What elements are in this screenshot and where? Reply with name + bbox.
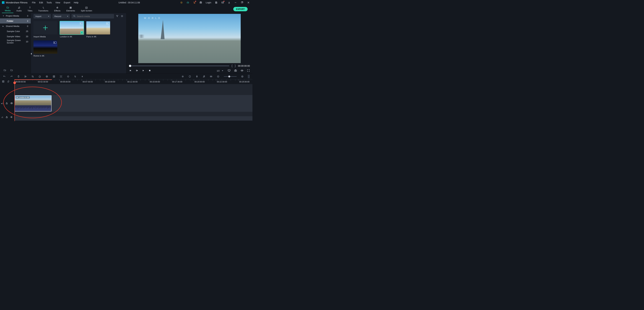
sidebar-item-folder[interactable]: Folder 3 [0, 18, 31, 24]
audio-track[interactable] [14, 116, 252, 120]
lock-icon[interactable] [6, 116, 8, 119]
speed-icon[interactable] [38, 75, 41, 78]
crop-icon[interactable] [31, 75, 34, 78]
track-manager-icon[interactable] [2, 80, 4, 83]
fullscreen-icon[interactable] [247, 69, 250, 72]
minimize-icon[interactable] [234, 1, 237, 4]
preview-quality-dropdown[interactable]: 1/2 [216, 70, 224, 72]
motion-tracking-icon[interactable] [60, 75, 62, 78]
cart-icon[interactable] [193, 1, 196, 4]
import-dropdown[interactable]: Import [34, 14, 51, 18]
tab-effects[interactable]: Effects [51, 5, 64, 13]
zoom-in-icon[interactable] [241, 75, 244, 78]
zoom-slider[interactable] [224, 76, 237, 77]
timeline-clip[interactable]: London in 4K [14, 95, 52, 112]
snapshot-icon[interactable] [234, 69, 237, 72]
scrub-slider[interactable] [129, 66, 229, 66]
tab-audio[interactable]: Audio [13, 5, 24, 13]
filter-icon[interactable] [116, 15, 119, 18]
undo-icon[interactable] [3, 75, 6, 78]
tips-icon[interactable] [180, 1, 183, 4]
marker-icon[interactable] [188, 75, 191, 78]
split-icon[interactable] [24, 75, 27, 78]
tab-transitions[interactable]: Transitions [35, 5, 51, 13]
redo-icon[interactable] [10, 75, 13, 78]
sidebar-item-project-media[interactable]: ▼ Project Media 3 [0, 13, 31, 18]
green-screen-icon[interactable] [52, 75, 56, 78]
mute-icon[interactable] [10, 116, 13, 119]
maximize-icon[interactable] [240, 1, 244, 4]
sidebar-item-sample-color[interactable]: Sample Color 25 [0, 29, 31, 34]
media-tile-rome[interactable]: Rome in 4K [34, 40, 57, 57]
svg-point-47 [204, 77, 205, 77]
play-icon[interactable] [142, 69, 145, 72]
play-pause-icon[interactable] [136, 69, 138, 72]
collapse-sidebar-icon[interactable] [31, 53, 32, 55]
search-icon [73, 15, 76, 18]
preview-viewport[interactable]: W O R L D [138, 14, 241, 63]
render-icon[interactable] [181, 75, 184, 78]
close-icon[interactable] [247, 1, 250, 4]
timeline-ruler[interactable]: 00:00:00:00 00:02:30:00 00:05:00:00 00:0… [14, 79, 252, 84]
menu-file[interactable]: File [32, 1, 36, 4]
media-panel: Import Record Import Media ✓ London in 4… [31, 13, 126, 74]
download-icon[interactable] [228, 1, 230, 4]
voiceover-icon[interactable] [196, 75, 198, 78]
tab-split-screen[interactable]: Split Screen [78, 5, 95, 13]
link-icon[interactable] [7, 80, 10, 83]
search-input[interactable] [77, 15, 112, 18]
menu-edit[interactable]: Edit [39, 1, 43, 4]
export-button[interactable]: EXPORT [233, 7, 248, 11]
media-tile-import[interactable]: Import Media [34, 21, 57, 38]
keyframe-icon[interactable] [67, 75, 70, 78]
save-icon[interactable] [215, 1, 218, 4]
new-folder-icon[interactable] [4, 69, 6, 72]
lock-icon[interactable] [6, 102, 8, 105]
eye-icon[interactable] [10, 102, 13, 105]
grid-view-icon[interactable] [120, 15, 124, 18]
mark-in-icon[interactable]: { [232, 64, 232, 68]
folder-icon[interactable] [10, 69, 13, 72]
support-icon[interactable] [186, 1, 189, 4]
tab-media-label: Media [5, 9, 10, 12]
mark-range-icon[interactable] [210, 75, 212, 78]
svg-point-22 [122, 16, 123, 16]
playhead[interactable] [14, 79, 15, 121]
stop-icon[interactable] [148, 69, 151, 72]
svg-rect-51 [2, 80, 4, 82]
sidebar-item-shared-media[interactable]: ▶ Shared Media 0 [0, 24, 31, 29]
workarea: ▼ Project Media 3 Folder 3 ▶ Shared Medi… [0, 13, 252, 74]
adjust-icon[interactable] [74, 75, 77, 78]
audio-meter-icon[interactable] [248, 75, 250, 78]
app-name: Wondershare Filmora [6, 1, 27, 4]
mark-out-icon[interactable]: } [235, 64, 236, 68]
svg-point-2 [195, 3, 195, 4]
record-dropdown[interactable]: Record [52, 14, 70, 18]
sidebar-item-sample-green-screen[interactable]: Sample Green Screen 10 [0, 39, 31, 44]
display-icon[interactable] [228, 69, 230, 72]
timeline-tracks[interactable]: London in 4K [14, 84, 252, 121]
media-tile-london[interactable]: ✓ London in 4K [60, 21, 84, 38]
prev-frame-icon[interactable] [129, 69, 132, 72]
audio-mixer-icon[interactable] [202, 75, 206, 78]
delete-icon[interactable] [17, 75, 20, 78]
menu-help[interactable]: Help [74, 1, 78, 4]
audio-track-id: ♪1 [1, 116, 3, 118]
menu-view[interactable]: View [56, 1, 60, 4]
svg-point-10 [19, 8, 20, 8]
menu-export[interactable]: Export [64, 1, 70, 4]
login-link[interactable]: Login [206, 1, 211, 4]
color-icon[interactable] [46, 75, 48, 78]
audio-sync-icon[interactable] [81, 75, 84, 78]
svg-point-1 [194, 3, 194, 4]
media-tile-paris[interactable]: Paris in 4K [86, 21, 110, 38]
menu-tools[interactable]: Tools [46, 1, 52, 4]
sidebar-item-sample-video[interactable]: Sample Video 20 [0, 34, 31, 39]
gift-icon[interactable] [199, 1, 202, 4]
message-icon[interactable] [221, 1, 224, 4]
zoom-out-icon[interactable] [217, 75, 220, 78]
tab-elements[interactable]: Elements [64, 5, 78, 13]
tab-titles[interactable]: Titles [25, 5, 36, 13]
volume-icon[interactable] [240, 69, 244, 72]
tab-media[interactable]: Media [2, 5, 13, 13]
